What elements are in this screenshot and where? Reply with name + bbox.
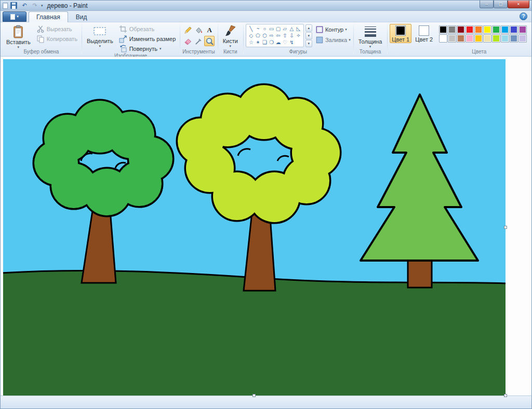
- fill-tool[interactable]: [193, 25, 204, 35]
- close-button[interactable]: ×: [508, 1, 529, 8]
- shape-five-point-star[interactable]: ☆: [248, 39, 255, 46]
- palette-color[interactable]: [474, 25, 483, 34]
- text-tool[interactable]: A: [204, 25, 215, 35]
- tab-home[interactable]: Главная: [29, 11, 68, 22]
- line-thickness-icon: [364, 25, 377, 38]
- canvas-resize-handle-right[interactable]: [504, 226, 507, 229]
- color2-button[interactable]: Цвет 2: [413, 24, 435, 43]
- cut-label: Вырезать: [47, 26, 72, 32]
- select-button[interactable]: Выделить ▾: [84, 24, 116, 48]
- clipboard-icon: [12, 25, 24, 38]
- shape-six-point-star[interactable]: ✶: [255, 39, 261, 46]
- shape-cloud-callout[interactable]: ☁: [275, 39, 282, 46]
- palette-color[interactable]: [448, 25, 456, 34]
- group-label-brushes: Кисти: [219, 49, 242, 56]
- shape-right-triangle[interactable]: ◺: [295, 25, 302, 32]
- palette-color[interactable]: [474, 34, 483, 43]
- undo-icon[interactable]: ↶: [20, 2, 29, 9]
- eraser-tool[interactable]: [182, 36, 193, 46]
- tree-3-trunk: [408, 258, 432, 288]
- palette-color[interactable]: [439, 34, 447, 43]
- shape-hexagon[interactable]: ⬡: [261, 32, 268, 39]
- palette-color[interactable]: [492, 25, 500, 34]
- canvas-resize-handle-corner[interactable]: [504, 394, 507, 397]
- shapes-gallery: ╲~○▭▢▱△◺◇⬠⬡⇨⇦⇧⇩✧☆✶❏❍☁♡↯: [246, 24, 304, 47]
- shape-oval[interactable]: ○: [261, 25, 268, 32]
- palette-color[interactable]: [448, 34, 456, 43]
- paste-button[interactable]: Вставить ▾: [4, 24, 33, 49]
- palette-color[interactable]: [510, 34, 518, 43]
- shapes-more-icon[interactable]: ▾: [305, 40, 312, 47]
- shape-arrow-down[interactable]: ⇩: [288, 32, 295, 39]
- cut-button[interactable]: Вырезать: [35, 25, 79, 33]
- size-button[interactable]: Толщина ▾: [356, 24, 385, 48]
- palette-color[interactable]: [466, 25, 474, 34]
- palette-color[interactable]: [501, 34, 509, 43]
- paint-canvas[interactable]: [3, 59, 506, 396]
- shape-arrow-left[interactable]: ⇦: [275, 32, 282, 39]
- window-title: дерево - Paint: [47, 2, 88, 9]
- palette-color[interactable]: [483, 25, 491, 34]
- copy-button[interactable]: Копировать: [35, 35, 79, 43]
- shape-four-point-star[interactable]: ✧: [295, 32, 302, 39]
- crop-button[interactable]: Обрезать: [117, 25, 178, 33]
- shape-oval-callout[interactable]: ❍: [268, 39, 275, 46]
- shape-triangle[interactable]: △: [288, 25, 295, 32]
- canvas-resize-handle-bottom[interactable]: [252, 394, 256, 397]
- qat-dropdown-icon[interactable]: ▾: [41, 4, 43, 8]
- color-picker-tool[interactable]: [193, 36, 204, 46]
- pencil-tool[interactable]: [182, 25, 193, 35]
- brushes-button[interactable]: Кисти ▾: [220, 24, 241, 48]
- shape-fill-button[interactable]: Заливка ▾: [315, 36, 351, 44]
- eraser-icon: [183, 37, 192, 46]
- resize-label: Изменить размер: [129, 36, 176, 42]
- shape-arrow-up[interactable]: ⇧: [282, 32, 288, 39]
- palette-color[interactable]: [483, 34, 491, 43]
- shapes-scroll-down-icon[interactable]: ▾: [305, 32, 312, 39]
- magnifier-tool[interactable]: [204, 36, 215, 46]
- status-bar: [1, 396, 531, 408]
- rotate-button[interactable]: Повернуть ▾: [117, 45, 178, 53]
- shape-rounded-rectangle[interactable]: ▢: [275, 25, 282, 32]
- color1-button[interactable]: Цвет 1: [390, 24, 411, 43]
- maximize-button[interactable]: ◻: [494, 1, 508, 8]
- resize-button[interactable]: Изменить размер: [117, 35, 178, 43]
- minimize-button[interactable]: –: [480, 1, 494, 8]
- palette-color[interactable]: [457, 34, 465, 43]
- color1-label: Цвет 1: [392, 37, 409, 43]
- palette-color[interactable]: [439, 25, 447, 34]
- group-colors: Цвет 1 Цвет 2 Изменение цветов Цвета: [387, 22, 532, 56]
- group-brushes: Кисти ▾ Кисти: [218, 22, 243, 56]
- chevron-down-icon: ▾: [349, 38, 351, 42]
- save-icon[interactable]: [10, 2, 18, 9]
- application-menu-button[interactable]: ▾: [3, 11, 26, 22]
- help-button[interactable]: ?: [520, 12, 527, 20]
- palette-color[interactable]: [466, 34, 474, 43]
- copy-label: Копировать: [47, 36, 77, 42]
- group-shapes: ╲~○▭▢▱△◺◇⬠⬡⇨⇦⇧⇩✧☆✶❏❍☁♡↯ ▴ ▾ ▾ Контур ▾: [243, 22, 353, 56]
- palette-color[interactable]: [518, 34, 527, 43]
- shape-rounded-callout[interactable]: ❏: [261, 39, 268, 46]
- tab-view[interactable]: Вид: [68, 11, 95, 22]
- group-image: Выделить ▾ Обрезать: [82, 22, 180, 56]
- palette-color[interactable]: [510, 25, 518, 34]
- palette-color[interactable]: [492, 34, 500, 43]
- quick-access-toolbar: ↶ ↷ ▾: [3, 2, 43, 9]
- shape-pentagon[interactable]: ⬠: [255, 32, 261, 39]
- palette-color[interactable]: [457, 25, 465, 34]
- shape-rectangle[interactable]: ▭: [268, 25, 275, 32]
- ribbon: Вставить ▾ Вырезать: [1, 22, 531, 57]
- shape-outline-button[interactable]: Контур ▾: [315, 25, 351, 34]
- shape-heart[interactable]: ♡: [282, 39, 288, 46]
- shapes-scroll-up-icon[interactable]: ▴: [305, 24, 312, 32]
- shape-polygon[interactable]: ▱: [282, 25, 288, 32]
- shape-arrow-right[interactable]: ⇨: [268, 32, 275, 39]
- shape-diamond[interactable]: ◇: [248, 32, 255, 39]
- redo-icon[interactable]: ↷: [31, 2, 39, 9]
- work-area: [1, 57, 531, 396]
- shape-lightning[interactable]: ↯: [288, 39, 295, 46]
- palette-color[interactable]: [518, 25, 527, 34]
- palette-color[interactable]: [501, 25, 509, 34]
- shape-curve[interactable]: ~: [255, 25, 261, 32]
- shape-line[interactable]: ╲: [248, 25, 255, 32]
